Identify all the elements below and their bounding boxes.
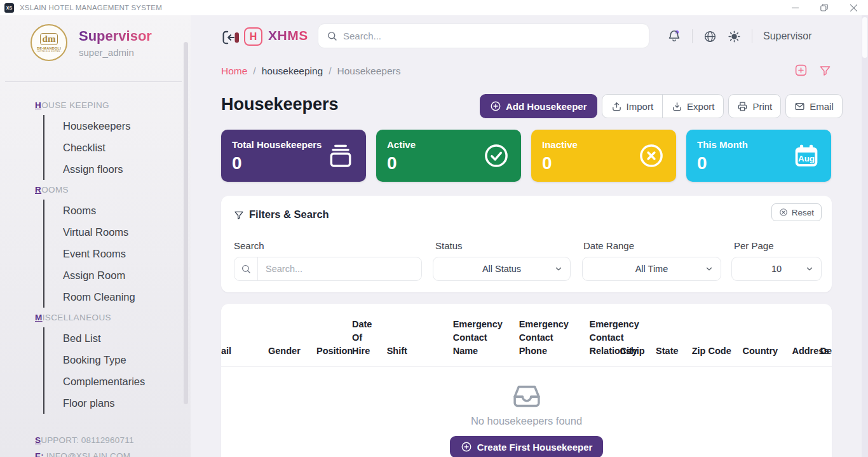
table-column-header[interactable]: Address xyxy=(792,344,811,358)
date-range-select[interactable]: All Time xyxy=(582,257,721,281)
header-separator xyxy=(692,29,693,43)
import-button[interactable]: Import xyxy=(602,95,663,118)
collapse-sidebar-icon[interactable] xyxy=(221,29,240,46)
create-first-housekeeper-label: Create First Housekeeper xyxy=(477,442,593,453)
nav-section-label: HOUSE KEEPING xyxy=(35,99,183,112)
search-input[interactable] xyxy=(343,31,623,41)
status-select[interactable]: All Status xyxy=(433,257,571,281)
table-column-header[interactable]: Zip Code xyxy=(692,344,734,358)
filter-search-input[interactable] xyxy=(258,264,404,274)
add-housekeeper-button[interactable]: Add Housekeeper xyxy=(480,94,597,118)
sidebar-item[interactable]: Rooms xyxy=(44,200,183,221)
table-column-header[interactable]: Emergency Contact Name xyxy=(453,318,510,358)
main-scrollbar[interactable] xyxy=(862,15,868,457)
sidebar-item[interactable]: Event Rooms xyxy=(44,243,183,264)
nav-section-label: ROOMS xyxy=(35,184,183,196)
nav-section: HOUSE KEEPING Housekeepers Checklist Ass… xyxy=(0,99,183,180)
nav-section: ROOMS Rooms Virtual Rooms Event Rooms As… xyxy=(0,184,183,308)
print-button[interactable]: Print xyxy=(728,94,781,118)
sidebar-item[interactable]: Room Cleaning xyxy=(44,286,183,308)
funnel-icon[interactable] xyxy=(819,64,831,76)
per-page-select-value: 10 xyxy=(771,264,782,274)
search-icon xyxy=(234,257,258,280)
sidebar-item[interactable]: Booking Type xyxy=(44,349,183,371)
table-column-header[interactable]: Date Of Hire xyxy=(352,318,378,358)
per-page-select[interactable]: 10 xyxy=(731,257,822,281)
window-titlebar: XS XSLAIN HOTEL MANAGEMENT SYSTEM xyxy=(0,0,868,15)
svg-text:Aug: Aug xyxy=(798,154,815,163)
calendar-icon: Aug xyxy=(793,142,820,169)
nav-items: Housekeepers Checklist Assign floors xyxy=(43,115,183,180)
table-column-header[interactable]: Emergency Contact Phone xyxy=(519,318,581,358)
table-column-header[interactable]: City xyxy=(620,344,648,358)
breadcrumb-separator: / xyxy=(329,65,331,77)
sun-icon[interactable] xyxy=(728,30,741,43)
sidebar-scrollbar[interactable] xyxy=(184,42,188,404)
table-column-header[interactable]: ail xyxy=(221,344,259,358)
chevron-down-icon xyxy=(705,264,714,273)
hotel-logo: dm DE-MANDOLI - HOTELS & SUITES - xyxy=(31,24,67,61)
table-column-header[interactable]: Country xyxy=(743,344,783,358)
export-button[interactable]: Export xyxy=(662,95,723,118)
search-filter-label: Search xyxy=(234,240,264,251)
table-column-header[interactable]: State xyxy=(656,344,683,358)
hotel-logo-monogram: dm xyxy=(40,33,58,45)
stat-card: Inactive 0 xyxy=(531,130,676,182)
table-column-header[interactable]: Gender xyxy=(268,344,308,358)
profile-divider xyxy=(5,81,182,82)
filters-panel: Filters & Search Reset Search Status Dat… xyxy=(221,196,832,292)
page-actions: Add Housekeeper Import Export Print Emai… xyxy=(480,94,843,118)
page-title: Housekeepers xyxy=(221,95,339,114)
perpage-filter-label: Per Page xyxy=(734,240,774,251)
global-search[interactable] xyxy=(318,24,649,48)
table-column-header[interactable]: Emergency Contact Relationship xyxy=(590,318,611,358)
brand-logo[interactable]: H xyxy=(244,27,262,46)
breadcrumb-home[interactable]: Home xyxy=(221,65,247,77)
minimize-button[interactable] xyxy=(780,0,810,15)
user-menu[interactable]: Supervisor xyxy=(763,31,811,42)
globe-icon[interactable] xyxy=(703,30,717,43)
empty-state: No housekeepers found Create First House… xyxy=(221,383,832,457)
sidebar-item[interactable]: Complementaries xyxy=(44,371,183,392)
sidebar-item[interactable]: Housekeepers xyxy=(44,115,183,137)
close-button[interactable] xyxy=(839,0,868,15)
sidebar-item[interactable]: Bed List xyxy=(44,327,183,349)
table-column-header[interactable]: Position xyxy=(316,344,343,358)
sidebar-item[interactable]: Virtual Rooms xyxy=(44,221,183,243)
stat-cards: Total Housekeepers 0 Active 0 xyxy=(221,130,831,182)
table-column-header[interactable]: Shift xyxy=(387,344,444,358)
bell-icon[interactable] xyxy=(667,29,681,43)
stat-value: 0 xyxy=(387,153,397,174)
filters-title: Filters & Search xyxy=(249,208,329,221)
create-first-housekeeper-button[interactable]: Create First Housekeeper xyxy=(450,436,604,457)
sidebar-item[interactable]: Assign Room xyxy=(44,264,183,286)
chevron-down-icon xyxy=(805,264,814,273)
stat-card: Active 0 xyxy=(376,130,521,182)
stat-value: 0 xyxy=(542,153,552,174)
main-scrollbar-thumb[interactable] xyxy=(862,17,867,58)
check-circle-icon xyxy=(483,142,510,169)
email-button[interactable]: Email xyxy=(785,94,843,118)
search-icon xyxy=(327,31,337,41)
reset-button[interactable]: Reset xyxy=(771,203,822,221)
status-select-value: All Status xyxy=(482,264,521,274)
status-filter-label: Status xyxy=(435,240,463,251)
sidebar-item[interactable]: Floor plans xyxy=(44,392,183,414)
breadcrumb: Home / housekeeping / Housekeepers xyxy=(221,65,400,77)
table-column-header[interactable]: De xyxy=(820,344,832,358)
nav-items: Bed List Booking Type Complementaries Fl… xyxy=(43,327,183,414)
x-circle-icon xyxy=(638,142,665,169)
app-icon: XS xyxy=(4,3,14,13)
sidebar-nav: HOUSE KEEPING Housekeepers Checklist Ass… xyxy=(0,95,183,414)
stat-value: 0 xyxy=(697,153,707,174)
breadcrumb-current: Housekeepers xyxy=(337,65,401,77)
sidebar-item[interactable]: Assign floors xyxy=(44,158,183,180)
sidebar-item[interactable]: Checklist xyxy=(44,137,183,158)
plus-square-icon[interactable] xyxy=(794,64,808,77)
support-block: SUPPORT: 08112960711 E: INFO@XSLAIN.COM xyxy=(35,435,181,457)
profile-role: super_admin xyxy=(79,47,152,58)
restore-button[interactable] xyxy=(810,0,839,15)
breadcrumb-section[interactable]: housekeeping xyxy=(262,65,323,77)
brand-name: XHMS xyxy=(268,28,308,43)
profile: dm DE-MANDOLI - HOTELS & SUITES - Superv… xyxy=(31,24,152,61)
